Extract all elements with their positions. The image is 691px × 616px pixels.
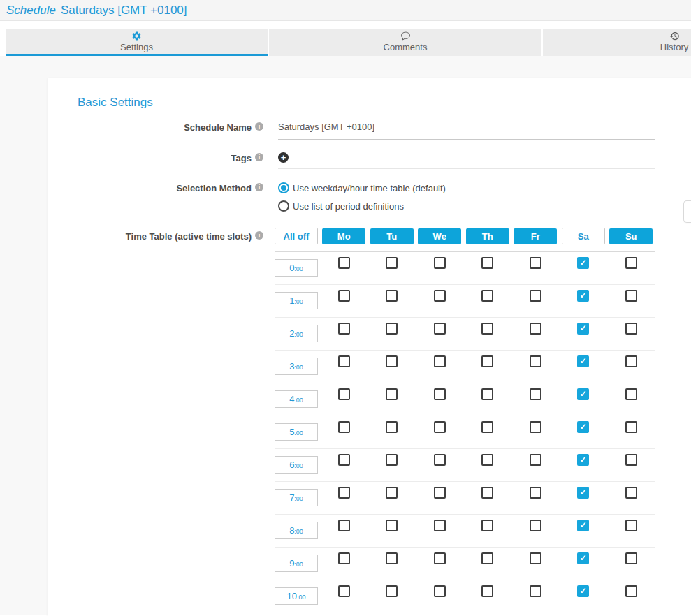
timeslot-checkbox-4:00-fr[interactable] bbox=[530, 388, 541, 400]
timeslot-checkbox-6:00-tu[interactable] bbox=[386, 454, 398, 466]
timeslot-checkbox-1:00-mo[interactable] bbox=[338, 290, 350, 302]
radio-button-selected[interactable] bbox=[278, 182, 289, 193]
timeslot-checkbox-9:00-mo[interactable] bbox=[338, 552, 350, 564]
timeslot-checkbox-4:00-su[interactable] bbox=[625, 388, 637, 400]
hour-toggle-4:00[interactable]: 4:00 bbox=[275, 390, 318, 408]
timeslot-checkbox-9:00-tu[interactable] bbox=[386, 552, 398, 564]
timeslot-checkbox-8:00-we[interactable] bbox=[434, 520, 446, 531]
all-off-button[interactable]: All off bbox=[275, 228, 318, 244]
timeslot-checkbox-9:00-we[interactable] bbox=[434, 552, 446, 564]
timeslot-checkbox-0:00-we[interactable] bbox=[434, 257, 446, 269]
day-toggle-we[interactable]: We bbox=[418, 228, 461, 244]
timeslot-checkbox-10:00-sa[interactable]: ✓ bbox=[577, 585, 589, 597]
timeslot-checkbox-5:00-th[interactable] bbox=[481, 421, 493, 433]
side-panel-handle[interactable] bbox=[683, 200, 691, 223]
timeslot-checkbox-7:00-mo[interactable] bbox=[338, 487, 350, 499]
timeslot-checkbox-2:00-su[interactable] bbox=[625, 323, 637, 335]
radio-button-unselected[interactable] bbox=[278, 200, 289, 212]
timeslot-checkbox-4:00-tu[interactable] bbox=[386, 388, 398, 400]
timeslot-checkbox-0:00-tu[interactable] bbox=[386, 257, 398, 269]
radio-option-periods[interactable]: Use list of period definitions bbox=[278, 200, 655, 212]
hour-toggle-1:00[interactable]: 1:00 bbox=[275, 292, 318, 309]
tab-history[interactable]: History bbox=[543, 29, 691, 56]
timeslot-checkbox-5:00-fr[interactable] bbox=[530, 421, 541, 433]
day-toggle-sa[interactable]: Sa bbox=[562, 228, 605, 244]
timeslot-checkbox-4:00-we[interactable] bbox=[434, 388, 446, 400]
timeslot-checkbox-9:00-sa[interactable]: ✓ bbox=[577, 552, 589, 564]
timeslot-checkbox-0:00-sa[interactable]: ✓ bbox=[577, 257, 589, 269]
timeslot-checkbox-10:00-su[interactable] bbox=[625, 585, 637, 597]
timeslot-checkbox-1:00-sa[interactable]: ✓ bbox=[577, 290, 589, 302]
timeslot-checkbox-8:00-fr[interactable] bbox=[530, 520, 541, 531]
hour-toggle-7:00[interactable]: 7:00 bbox=[275, 489, 318, 506]
hour-toggle-5:00[interactable]: 5:00 bbox=[275, 423, 318, 441]
day-toggle-mo[interactable]: Mo bbox=[322, 228, 365, 244]
timeslot-checkbox-10:00-tu[interactable] bbox=[386, 585, 398, 597]
timeslot-checkbox-10:00-fr[interactable] bbox=[530, 585, 541, 597]
hour-toggle-6:00[interactable]: 6:00 bbox=[275, 456, 318, 474]
timeslot-checkbox-3:00-th[interactable] bbox=[481, 355, 493, 367]
timeslot-checkbox-10:00-mo[interactable] bbox=[338, 585, 350, 597]
hour-toggle-10:00[interactable]: 10:00 bbox=[275, 587, 318, 605]
timeslot-checkbox-9:00-th[interactable] bbox=[481, 552, 493, 564]
hour-toggle-0:00[interactable]: 0:00 bbox=[275, 259, 318, 277]
timeslot-checkbox-3:00-sa[interactable]: ✓ bbox=[577, 355, 589, 367]
timeslot-checkbox-0:00-su[interactable] bbox=[625, 257, 637, 269]
timeslot-checkbox-7:00-we[interactable] bbox=[434, 487, 446, 499]
timeslot-checkbox-1:00-tu[interactable] bbox=[386, 290, 398, 302]
timeslot-checkbox-3:00-su[interactable] bbox=[625, 355, 637, 367]
timeslot-checkbox-7:00-sa[interactable]: ✓ bbox=[577, 487, 589, 499]
day-toggle-su[interactable]: Su bbox=[609, 228, 653, 244]
timeslot-checkbox-8:00-th[interactable] bbox=[481, 520, 493, 531]
timeslot-checkbox-5:00-mo[interactable] bbox=[338, 421, 350, 433]
timeslot-checkbox-1:00-su[interactable] bbox=[625, 290, 637, 302]
timeslot-checkbox-8:00-sa[interactable]: ✓ bbox=[577, 520, 589, 531]
day-toggle-th[interactable]: Th bbox=[466, 228, 509, 244]
timeslot-checkbox-5:00-we[interactable] bbox=[434, 421, 446, 433]
timeslot-checkbox-6:00-mo[interactable] bbox=[338, 454, 350, 466]
timeslot-checkbox-5:00-sa[interactable]: ✓ bbox=[577, 421, 589, 433]
hour-toggle-8:00[interactable]: 8:00 bbox=[275, 522, 318, 539]
timeslot-checkbox-2:00-fr[interactable] bbox=[530, 323, 541, 335]
timeslot-checkbox-8:00-su[interactable] bbox=[625, 520, 637, 531]
timeslot-checkbox-4:00-th[interactable] bbox=[481, 388, 493, 400]
timeslot-checkbox-6:00-sa[interactable]: ✓ bbox=[577, 454, 589, 466]
schedule-name-input[interactable]: Saturdays [GMT +0100] bbox=[278, 122, 655, 140]
day-toggle-tu[interactable]: Tu bbox=[370, 228, 414, 244]
timeslot-checkbox-9:00-fr[interactable] bbox=[530, 552, 541, 564]
day-toggle-fr[interactable]: Fr bbox=[514, 228, 557, 244]
add-tag-button[interactable]: + bbox=[278, 152, 289, 163]
timeslot-checkbox-4:00-mo[interactable] bbox=[338, 388, 350, 400]
radio-option-timetable[interactable]: Use weekday/hour time table (default) bbox=[278, 182, 655, 193]
timeslot-checkbox-1:00-th[interactable] bbox=[481, 290, 493, 302]
hour-toggle-3:00[interactable]: 3:00 bbox=[275, 358, 318, 375]
timeslot-checkbox-7:00-su[interactable] bbox=[625, 487, 637, 499]
tab-settings[interactable]: Settings bbox=[6, 29, 268, 56]
timeslot-checkbox-10:00-we[interactable] bbox=[434, 585, 446, 597]
timeslot-checkbox-2:00-mo[interactable] bbox=[338, 323, 350, 335]
timeslot-checkbox-1:00-fr[interactable] bbox=[530, 290, 541, 302]
timeslot-checkbox-8:00-mo[interactable] bbox=[338, 520, 350, 531]
timeslot-checkbox-5:00-tu[interactable] bbox=[386, 421, 398, 433]
timeslot-checkbox-3:00-mo[interactable] bbox=[338, 355, 350, 367]
timeslot-checkbox-8:00-tu[interactable] bbox=[386, 520, 398, 531]
timeslot-checkbox-7:00-tu[interactable] bbox=[386, 487, 398, 499]
timeslot-checkbox-6:00-fr[interactable] bbox=[530, 454, 541, 466]
timeslot-checkbox-10:00-th[interactable] bbox=[481, 585, 493, 597]
timeslot-checkbox-7:00-th[interactable] bbox=[481, 487, 493, 499]
timeslot-checkbox-6:00-su[interactable] bbox=[625, 454, 637, 466]
timeslot-checkbox-5:00-su[interactable] bbox=[625, 421, 637, 433]
timeslot-checkbox-3:00-we[interactable] bbox=[434, 355, 446, 367]
timeslot-checkbox-4:00-sa[interactable]: ✓ bbox=[577, 388, 589, 400]
timeslot-checkbox-6:00-we[interactable] bbox=[434, 454, 446, 466]
timeslot-checkbox-7:00-fr[interactable] bbox=[530, 487, 541, 499]
timeslot-checkbox-2:00-sa[interactable]: ✓ bbox=[577, 323, 589, 335]
timeslot-checkbox-0:00-fr[interactable] bbox=[530, 257, 541, 269]
timeslot-checkbox-0:00-mo[interactable] bbox=[338, 257, 350, 269]
timeslot-checkbox-2:00-th[interactable] bbox=[481, 323, 493, 335]
hour-toggle-9:00[interactable]: 9:00 bbox=[275, 555, 318, 572]
timeslot-checkbox-3:00-tu[interactable] bbox=[386, 355, 398, 367]
timeslot-checkbox-3:00-fr[interactable] bbox=[530, 355, 541, 367]
tab-comments[interactable]: Comments bbox=[269, 29, 541, 56]
timeslot-checkbox-2:00-tu[interactable] bbox=[386, 323, 398, 335]
